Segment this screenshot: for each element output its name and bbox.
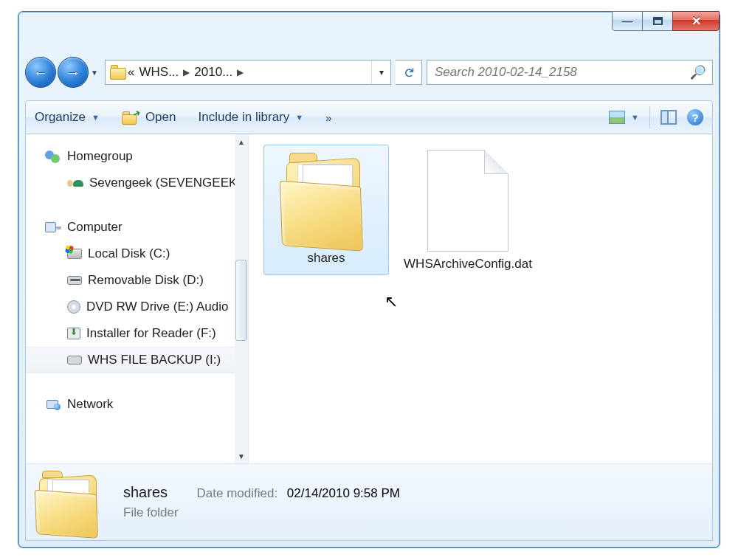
spacer bbox=[26, 373, 248, 391]
chevron-right-icon: ▶ bbox=[183, 67, 190, 77]
toolbar-right: ▼ ? bbox=[609, 106, 703, 128]
tree-label: WHS FILE BACKUP (I:) bbox=[88, 353, 221, 367]
folder-icon bbox=[282, 150, 370, 246]
item-label: WHSArchiveConfig.dat bbox=[404, 256, 532, 273]
chevron-down-icon: ▼ bbox=[91, 69, 98, 77]
tree-label: Local Disk (C:) bbox=[88, 246, 170, 261]
chevron-double-right-icon: » bbox=[325, 111, 333, 124]
open-button[interactable]: ➜ Open bbox=[122, 110, 176, 125]
external-drive-icon bbox=[67, 356, 82, 364]
date-modified-label: Date modified: bbox=[197, 486, 278, 500]
scroll-up-button[interactable]: ▲ bbox=[235, 134, 248, 149]
include-in-library-menu[interactable]: Include in library ▼ bbox=[198, 110, 303, 125]
change-view-button[interactable]: ▼ bbox=[609, 111, 639, 124]
recent-locations-dropdown[interactable]: ▼ bbox=[89, 69, 100, 77]
search-box[interactable]: 🔍 bbox=[427, 60, 713, 85]
include-label: Include in library bbox=[198, 110, 289, 125]
details-name: shares bbox=[123, 484, 168, 500]
breadcrumb: « WHS... ▶ 2010... ▶ bbox=[128, 65, 248, 80]
breadcrumb-seg-2[interactable]: 2010... bbox=[194, 65, 232, 80]
tree-label: Sevengeek (SEVENGEEK) bbox=[89, 176, 241, 190]
breadcrumb-overflow[interactable]: « bbox=[128, 65, 134, 80]
minimize-button[interactable]: — bbox=[612, 11, 643, 31]
nav-buttons: ← → ▼ bbox=[25, 57, 100, 88]
view-thumbnail-icon bbox=[609, 111, 625, 124]
refresh-button[interactable]: ↻ bbox=[396, 60, 422, 85]
nav-row: ← → ▼ « WHS... ▶ 2010... ▶ ▾ ↻ 🔍 bbox=[25, 55, 713, 90]
tree-label: Installer for Reader (F:) bbox=[86, 326, 216, 341]
details-type: File folder bbox=[123, 505, 400, 520]
scroll-down-button[interactable]: ▼ bbox=[235, 449, 248, 463]
details-metadata: shares Date modified: 02/14/2010 9:58 PM… bbox=[123, 484, 400, 520]
address-history-dropdown[interactable]: ▾ bbox=[371, 61, 390, 84]
chevron-down-icon: ▼ bbox=[92, 113, 100, 122]
date-modified-value: 02/14/2010 9:58 PM bbox=[287, 486, 400, 500]
search-input[interactable] bbox=[433, 64, 690, 80]
items-pane[interactable]: shares WHSArchiveConfig.dat bbox=[249, 134, 712, 463]
forward-button[interactable]: → bbox=[58, 57, 89, 88]
help-icon: ? bbox=[687, 109, 703, 125]
maximize-icon bbox=[653, 17, 663, 25]
toolbar: Organize ▼ ➜ Open Include in library ▼ »… bbox=[25, 100, 713, 134]
dvd-drive-icon bbox=[67, 300, 80, 314]
homegroup-icon bbox=[45, 148, 61, 165]
back-button[interactable]: ← bbox=[25, 57, 56, 88]
tree-network[interactable]: Network bbox=[26, 391, 248, 418]
details-pane: shares Date modified: 02/14/2010 9:58 PM… bbox=[26, 463, 712, 540]
details-thumbnail bbox=[36, 471, 107, 534]
tree-homegroup[interactable]: Homegroup bbox=[26, 143, 248, 170]
titlebar: — ✕ bbox=[18, 12, 720, 40]
client-area: Homegroup Sevengeek (SEVENGEEK) Computer… bbox=[25, 134, 713, 541]
local-disk-icon bbox=[67, 249, 82, 259]
removable-disk-icon bbox=[67, 276, 82, 285]
file-icon bbox=[427, 150, 508, 252]
user-icon bbox=[67, 175, 83, 191]
tree-computer[interactable]: Computer bbox=[26, 214, 248, 241]
tree-label: Network bbox=[67, 397, 113, 412]
toolbar-overflow[interactable]: » bbox=[325, 111, 333, 124]
help-button[interactable]: ? bbox=[687, 109, 703, 125]
preview-pane-icon bbox=[661, 110, 677, 125]
installer-drive-icon bbox=[67, 328, 80, 339]
item-file-whsarchiveconfig[interactable]: WHSArchiveConfig.dat bbox=[405, 145, 531, 281]
arrow-left-icon: ← bbox=[33, 64, 48, 81]
breadcrumb-seg-1[interactable]: WHS... bbox=[139, 65, 179, 80]
address-bar[interactable]: « WHS... ▶ 2010... ▶ ▾ bbox=[105, 60, 391, 85]
open-folder-icon: ➜ bbox=[122, 110, 139, 125]
tree-scrollbar[interactable]: ▲ ▼ bbox=[235, 134, 248, 463]
chevron-down-icon: ▾ bbox=[379, 67, 384, 77]
tree-drive-f[interactable]: Installer for Reader (F:) bbox=[26, 320, 248, 347]
refresh-icon: ↻ bbox=[401, 67, 417, 78]
window-controls: — ✕ bbox=[613, 11, 720, 31]
chevron-down-icon: ▼ bbox=[631, 113, 639, 122]
close-icon: ✕ bbox=[692, 14, 701, 28]
tree-label: DVD RW Drive (E:) Audio bbox=[86, 300, 228, 314]
tree-drive-c[interactable]: Local Disk (C:) bbox=[26, 241, 248, 267]
arrow-right-icon: → bbox=[66, 64, 80, 81]
tree-drive-d[interactable]: Removable Disk (D:) bbox=[26, 267, 248, 294]
tree-label: Removable Disk (D:) bbox=[88, 273, 204, 288]
maximize-button[interactable] bbox=[642, 11, 673, 31]
close-button[interactable]: ✕ bbox=[672, 11, 720, 31]
chevron-down-icon: ▼ bbox=[295, 113, 303, 122]
organize-label: Organize bbox=[35, 110, 86, 125]
open-label: Open bbox=[145, 110, 176, 125]
organize-menu[interactable]: Organize ▼ bbox=[35, 110, 100, 125]
tree-drive-i[interactable]: WHS FILE BACKUP (I:) bbox=[26, 347, 248, 373]
chevron-right-icon: ▶ bbox=[237, 67, 244, 77]
item-folder-shares[interactable]: shares bbox=[263, 145, 389, 275]
minimize-icon: — bbox=[622, 15, 633, 27]
explorer-window: — ✕ ← → ▼ « WHS... ▶ 2010... ▶ ▾ bbox=[18, 11, 720, 548]
navigation-tree: Homegroup Sevengeek (SEVENGEEK) Computer… bbox=[26, 134, 249, 463]
computer-icon bbox=[45, 219, 61, 235]
search-icon: 🔍 bbox=[690, 64, 706, 80]
folder-icon bbox=[110, 63, 128, 81]
network-icon bbox=[45, 396, 61, 412]
preview-pane-button[interactable] bbox=[661, 110, 677, 125]
split-pane: Homegroup Sevengeek (SEVENGEEK) Computer… bbox=[26, 134, 712, 463]
scrollbar-thumb[interactable] bbox=[235, 260, 247, 341]
item-label: shares bbox=[307, 250, 345, 267]
tree-user[interactable]: Sevengeek (SEVENGEEK) bbox=[26, 170, 248, 196]
spacer bbox=[26, 196, 248, 214]
tree-drive-e[interactable]: DVD RW Drive (E:) Audio bbox=[26, 294, 248, 320]
